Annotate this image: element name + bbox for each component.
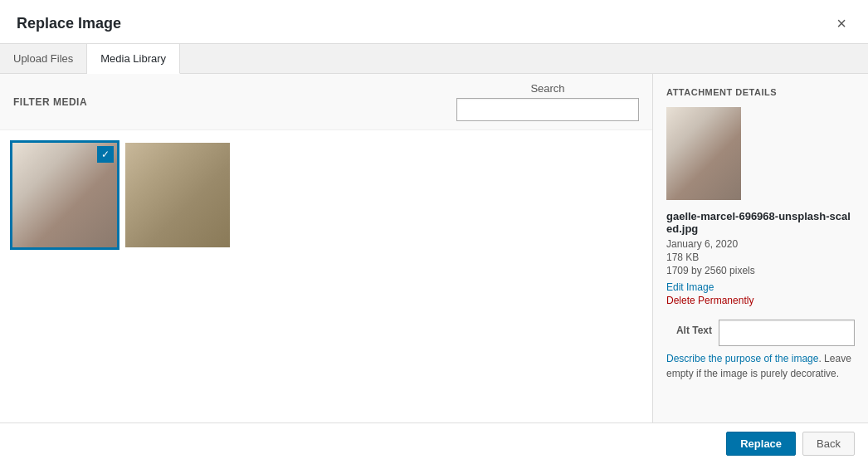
tab-media-library[interactable]: Media Library <box>87 44 180 74</box>
attachment-panel: ATTACHMENT DETAILS gaelle-marcel-696968-… <box>652 74 868 422</box>
attachment-preview <box>666 107 741 200</box>
selected-checkmark: ✓ <box>97 146 114 163</box>
delete-permanently-link[interactable]: Delete Permanently <box>666 295 855 306</box>
search-input[interactable] <box>456 98 639 121</box>
alt-text-label: Alt Text <box>666 320 712 336</box>
media-toolbar: FILTER MEDIA Search <box>0 74 652 130</box>
media-item[interactable]: ✓ <box>10 140 119 250</box>
tab-upload-files[interactable]: Upload Files <box>0 44 87 73</box>
tabs-bar: Upload Files Media Library <box>0 44 868 74</box>
edit-image-link[interactable]: Edit Image <box>666 281 855 293</box>
alt-text-row: Alt Text <box>666 320 855 346</box>
alt-text-section: Alt Text Describe the purpose of the ima… <box>666 320 855 381</box>
modal-footer: Replace Back <box>0 422 868 464</box>
modal-body: FILTER MEDIA Search ✓ <box>0 74 868 422</box>
alt-text-describe-link[interactable]: Describe the purpose of the image <box>666 353 818 364</box>
media-area: FILTER MEDIA Search ✓ <box>0 74 652 422</box>
attachment-dimensions: 1709 by 2560 pixels <box>666 265 855 276</box>
attachment-panel-title: ATTACHMENT DETAILS <box>666 87 855 97</box>
close-button[interactable]: × <box>831 13 851 33</box>
search-area: Search <box>456 82 639 121</box>
media-item[interactable] <box>123 140 232 250</box>
search-label: Search <box>530 82 564 95</box>
modal: Replace Image × Upload Files Media Libra… <box>0 0 868 464</box>
modal-title: Replace Image <box>17 15 121 32</box>
alt-text-description: Describe the purpose of the image. Leave… <box>666 351 855 381</box>
modal-header: Replace Image × <box>0 0 868 44</box>
media-grid: ✓ <box>0 130 652 422</box>
replace-button[interactable]: Replace <box>726 432 796 456</box>
attachment-filename: gaelle-marcel-696968-unsplash-scaled.jpg <box>666 210 855 235</box>
alt-text-input[interactable] <box>719 320 855 346</box>
attachment-date: January 6, 2020 <box>666 238 855 250</box>
filter-media-label: FILTER MEDIA <box>13 96 87 108</box>
attachment-filesize: 178 KB <box>666 252 855 263</box>
back-button[interactable]: Back <box>802 432 855 456</box>
